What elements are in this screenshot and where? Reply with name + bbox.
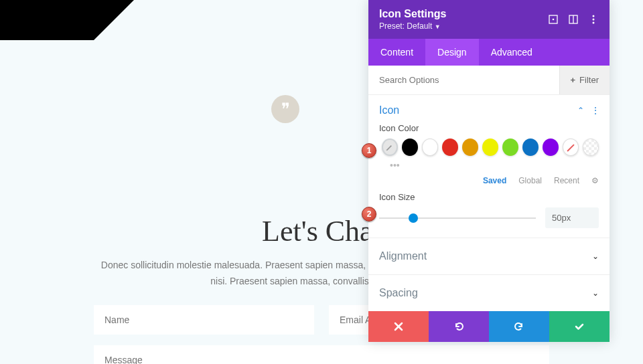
swatch-black[interactable] [402,139,418,156]
search-input[interactable] [368,66,559,94]
panel-title: Icon Settings [379,8,446,20]
svg-point-4 [593,15,595,17]
name-field[interactable] [94,305,314,335]
swatch-green[interactable] [502,139,518,156]
chevron-up-icon: ⌃ [577,106,584,115]
slider-thumb[interactable] [409,213,418,223]
section-spacing[interactable]: Spacing ⌄ [368,274,610,311]
swatch-yellow[interactable] [482,139,498,156]
chevron-down-icon: ⌄ [592,288,599,298]
quote-icon: ❞ [271,95,299,123]
icon-color-label: Icon Color [379,123,599,133]
section-icon-header[interactable]: Icon ⌃⋮ [379,104,599,116]
swatch-transparent[interactable] [583,139,599,156]
settings-panel: Icon Settings Preset: Default ▼ Content … [368,0,610,342]
icon-size-slider[interactable] [379,211,536,225]
palette-more-icon[interactable]: ••• [390,160,599,171]
annotation-1: 1 [362,143,376,158]
cancel-button[interactable] [368,311,429,342]
color-tab-recent[interactable]: Recent [554,176,579,185]
gear-icon[interactable]: ⚙ [591,176,599,185]
icon-size-input[interactable] [545,207,599,228]
more-icon[interactable] [588,14,599,25]
color-tab-saved[interactable]: Saved [483,176,506,185]
color-category-tabs: Saved Global Recent ⚙ [379,176,599,185]
panel-header: Icon Settings Preset: Default ▼ [368,0,610,39]
svg-point-1 [553,19,555,21]
swatch-none[interactable] [563,139,579,156]
snap-icon[interactable] [568,14,579,25]
annotation-2: 2 [362,207,376,221]
color-swatches [379,139,599,156]
page-corner-shape [0,0,134,40]
section-more-icon[interactable]: ⋮ [591,105,599,116]
swatch-blue[interactable] [522,139,539,156]
color-tab-global[interactable]: Global [518,176,542,185]
swatch-white[interactable] [422,139,438,156]
settings-tabs: Content Design Advanced [368,39,610,66]
section-icon: Icon ⌃⋮ Icon Color ••• Saved Global Rece… [368,95,610,238]
tab-advanced[interactable]: Advanced [479,39,545,66]
svg-point-5 [593,19,595,21]
color-picker-swatch[interactable] [382,139,398,156]
swatch-orange[interactable] [462,139,478,156]
preset-selector[interactable]: Preset: Default ▼ [379,21,446,31]
expand-icon[interactable] [548,14,559,25]
tab-design[interactable]: Design [425,39,479,66]
section-alignment[interactable]: Alignment ⌄ [368,238,610,274]
panel-footer [368,311,610,342]
tab-content[interactable]: Content [368,39,425,66]
svg-point-6 [593,22,595,24]
icon-size-label: Icon Size [379,192,599,202]
swatch-red[interactable] [442,139,458,156]
undo-button[interactable] [429,311,489,342]
search-row: +Filter [368,66,610,95]
filter-button[interactable]: +Filter [559,66,610,94]
chevron-down-icon: ⌄ [592,252,599,261]
redo-button[interactable] [489,311,549,342]
save-button[interactable] [549,311,610,342]
swatch-purple[interactable] [543,139,559,156]
message-field[interactable] [94,345,549,364]
icon-size-row [379,207,599,228]
